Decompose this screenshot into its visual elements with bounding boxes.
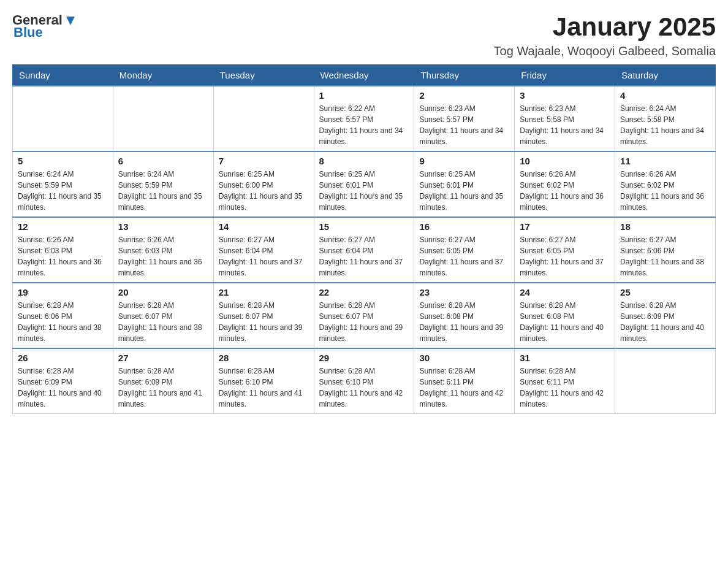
calendar-header-thursday: Thursday (414, 65, 515, 86)
calendar-cell: 31Sunrise: 6:28 AMSunset: 6:11 PMDayligh… (515, 348, 615, 414)
day-number: 18 (620, 221, 710, 232)
day-number: 11 (620, 156, 710, 166)
day-info: Sunrise: 6:24 AMSunset: 5:59 PMDaylight:… (18, 169, 108, 213)
day-info: Sunrise: 6:27 AMSunset: 6:05 PMDaylight:… (520, 234, 610, 278)
day-number: 17 (520, 221, 610, 232)
calendar-cell: 10Sunrise: 6:26 AMSunset: 6:02 PMDayligh… (515, 151, 615, 217)
day-number: 4 (620, 90, 710, 101)
calendar-cell (213, 86, 314, 151)
day-number: 8 (319, 156, 409, 166)
day-info: Sunrise: 6:28 AMSunset: 6:09 PMDaylight:… (18, 366, 108, 410)
day-number: 7 (219, 156, 309, 166)
day-info: Sunrise: 6:26 AMSunset: 6:03 PMDaylight:… (18, 234, 108, 278)
day-number: 14 (219, 221, 309, 232)
day-info: Sunrise: 6:23 AMSunset: 5:57 PMDaylight:… (419, 103, 509, 147)
calendar-cell: 17Sunrise: 6:27 AMSunset: 6:05 PMDayligh… (515, 217, 615, 283)
day-info: Sunrise: 6:25 AMSunset: 6:01 PMDaylight:… (419, 169, 509, 213)
day-number: 23 (419, 287, 509, 297)
calendar-week-row-3: 12Sunrise: 6:26 AMSunset: 6:03 PMDayligh… (13, 217, 716, 283)
calendar-cell: 21Sunrise: 6:28 AMSunset: 6:07 PMDayligh… (213, 283, 314, 348)
day-number: 12 (18, 221, 108, 232)
day-number: 10 (520, 156, 610, 166)
day-info: Sunrise: 6:26 AMSunset: 6:03 PMDaylight:… (118, 234, 208, 278)
day-number: 31 (520, 353, 610, 363)
day-info: Sunrise: 6:26 AMSunset: 6:02 PMDaylight:… (520, 169, 610, 213)
day-number: 27 (118, 353, 208, 363)
calendar-cell: 29Sunrise: 6:28 AMSunset: 6:10 PMDayligh… (314, 348, 414, 414)
month-title: January 2025 (494, 12, 716, 42)
calendar-cell: 18Sunrise: 6:27 AMSunset: 6:06 PMDayligh… (615, 217, 716, 283)
day-info: Sunrise: 6:28 AMSunset: 6:09 PMDaylight:… (620, 300, 710, 344)
day-number: 21 (219, 287, 309, 297)
title-block: January 2025 Tog Wajaale, Woqooyi Galbee… (494, 12, 716, 58)
day-number: 13 (118, 221, 208, 232)
calendar-week-row-4: 19Sunrise: 6:28 AMSunset: 6:06 PMDayligh… (13, 283, 716, 348)
calendar-cell: 16Sunrise: 6:27 AMSunset: 6:05 PMDayligh… (414, 217, 515, 283)
calendar-cell: 3Sunrise: 6:23 AMSunset: 5:58 PMDaylight… (515, 86, 615, 151)
calendar-table: SundayMondayTuesdayWednesdayThursdayFrid… (12, 64, 716, 414)
day-info: Sunrise: 6:27 AMSunset: 6:06 PMDaylight:… (620, 234, 710, 278)
day-number: 6 (118, 156, 208, 166)
calendar-cell: 7Sunrise: 6:25 AMSunset: 6:00 PMDaylight… (213, 151, 314, 217)
day-number: 29 (319, 353, 409, 363)
day-info: Sunrise: 6:28 AMSunset: 6:06 PMDaylight:… (18, 300, 108, 344)
day-info: Sunrise: 6:28 AMSunset: 6:11 PMDaylight:… (419, 366, 509, 410)
page-header: General Blue January 2025 Tog Wajaale, W… (12, 12, 716, 58)
day-number: 3 (520, 90, 610, 101)
day-info: Sunrise: 6:24 AMSunset: 5:59 PMDaylight:… (118, 169, 208, 213)
logo: General Blue (12, 12, 77, 40)
calendar-cell: 5Sunrise: 6:24 AMSunset: 5:59 PMDaylight… (13, 151, 113, 217)
calendar-cell: 23Sunrise: 6:28 AMSunset: 6:08 PMDayligh… (414, 283, 515, 348)
calendar-header-wednesday: Wednesday (314, 65, 414, 86)
calendar-week-row-2: 5Sunrise: 6:24 AMSunset: 5:59 PMDaylight… (13, 151, 716, 217)
day-number: 26 (18, 353, 108, 363)
calendar-cell: 2Sunrise: 6:23 AMSunset: 5:57 PMDaylight… (414, 86, 515, 151)
calendar-cell: 30Sunrise: 6:28 AMSunset: 6:11 PMDayligh… (414, 348, 515, 414)
calendar-cell: 26Sunrise: 6:28 AMSunset: 6:09 PMDayligh… (13, 348, 113, 414)
calendar-week-row-5: 26Sunrise: 6:28 AMSunset: 6:09 PMDayligh… (13, 348, 716, 414)
calendar-cell: 6Sunrise: 6:24 AMSunset: 5:59 PMDaylight… (113, 151, 213, 217)
day-info: Sunrise: 6:26 AMSunset: 6:02 PMDaylight:… (620, 169, 710, 213)
day-number: 28 (219, 353, 309, 363)
day-number: 19 (18, 287, 108, 297)
calendar-cell: 15Sunrise: 6:27 AMSunset: 6:04 PMDayligh… (314, 217, 414, 283)
day-number: 22 (319, 287, 409, 297)
day-info: Sunrise: 6:27 AMSunset: 6:04 PMDaylight:… (219, 234, 309, 278)
day-info: Sunrise: 6:23 AMSunset: 5:58 PMDaylight:… (520, 103, 610, 147)
calendar-header-monday: Monday (113, 65, 213, 86)
calendar-header-row: SundayMondayTuesdayWednesdayThursdayFrid… (13, 65, 716, 86)
day-info: Sunrise: 6:28 AMSunset: 6:09 PMDaylight:… (118, 366, 208, 410)
calendar-cell: 9Sunrise: 6:25 AMSunset: 6:01 PMDaylight… (414, 151, 515, 217)
location-title: Tog Wajaale, Woqooyi Galbeed, Somalia (494, 44, 716, 58)
day-info: Sunrise: 6:25 AMSunset: 6:00 PMDaylight:… (219, 169, 309, 213)
day-info: Sunrise: 6:28 AMSunset: 6:10 PMDaylight:… (219, 366, 309, 410)
day-info: Sunrise: 6:27 AMSunset: 6:04 PMDaylight:… (319, 234, 409, 278)
calendar-cell: 28Sunrise: 6:28 AMSunset: 6:10 PMDayligh… (213, 348, 314, 414)
calendar-cell: 13Sunrise: 6:26 AMSunset: 6:03 PMDayligh… (113, 217, 213, 283)
day-number: 9 (419, 156, 509, 166)
day-number: 2 (419, 90, 509, 101)
calendar-cell: 12Sunrise: 6:26 AMSunset: 6:03 PMDayligh… (13, 217, 113, 283)
calendar-cell: 14Sunrise: 6:27 AMSunset: 6:04 PMDayligh… (213, 217, 314, 283)
calendar-cell: 4Sunrise: 6:24 AMSunset: 5:58 PMDaylight… (615, 86, 716, 151)
day-number: 30 (419, 353, 509, 363)
calendar-header-saturday: Saturday (615, 65, 716, 86)
calendar-cell (13, 86, 113, 151)
day-number: 25 (620, 287, 710, 297)
day-number: 24 (520, 287, 610, 297)
day-info: Sunrise: 6:28 AMSunset: 6:07 PMDaylight:… (219, 300, 309, 344)
calendar-cell: 27Sunrise: 6:28 AMSunset: 6:09 PMDayligh… (113, 348, 213, 414)
day-number: 16 (419, 221, 509, 232)
calendar-cell: 20Sunrise: 6:28 AMSunset: 6:07 PMDayligh… (113, 283, 213, 348)
logo-blue-text: Blue (13, 25, 43, 40)
day-number: 20 (118, 287, 208, 297)
day-info: Sunrise: 6:24 AMSunset: 5:58 PMDaylight:… (620, 103, 710, 147)
day-number: 1 (319, 90, 409, 101)
day-info: Sunrise: 6:28 AMSunset: 6:08 PMDaylight:… (520, 300, 610, 344)
calendar-cell (113, 86, 213, 151)
day-info: Sunrise: 6:27 AMSunset: 6:05 PMDaylight:… (419, 234, 509, 278)
day-info: Sunrise: 6:28 AMSunset: 6:10 PMDaylight:… (319, 366, 409, 410)
logo-triangle-icon (64, 14, 77, 28)
day-info: Sunrise: 6:28 AMSunset: 6:11 PMDaylight:… (520, 366, 610, 410)
calendar-cell: 1Sunrise: 6:22 AMSunset: 5:57 PMDaylight… (314, 86, 414, 151)
